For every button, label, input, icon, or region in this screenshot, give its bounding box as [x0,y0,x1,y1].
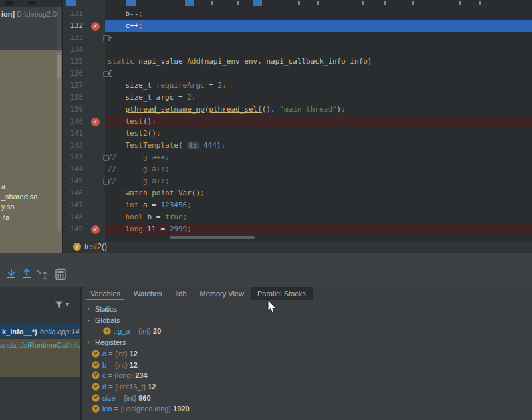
code-line[interactable]: 132✓ c++; [62,20,532,32]
code-line[interactable]: 138 size_t argc = 2; [62,92,532,104]
variable-text: c = {long} 234 [102,370,148,381]
horizontal-scrollbar[interactable] [170,236,255,239]
filter-icon[interactable] [55,300,63,309]
tab-variables[interactable]: Variables [84,287,127,300]
library-list-item[interactable]: 7a [1,213,60,223]
chevron-expanded-icon[interactable]: › [83,317,94,324]
code-line[interactable]: 143// g_a++; [62,152,532,163]
variable-row[interactable]: Vlen = {unsigned long} 1920 [82,403,532,414]
equals-sign: = [106,350,115,358]
code-token: ; [341,105,346,114]
code-line[interactable]: 146 watch_point_Var(); [62,187,532,199]
code-line[interactable]: 134 [62,44,532,56]
scrollbar-thumb[interactable] [57,55,61,78]
chevron-collapsed-icon[interactable]: › [85,304,92,314]
line-number: 144 [62,163,83,175]
text-fragment [211,1,213,5]
line-number: 134 [62,44,83,56]
tab-watches[interactable]: Watches [127,287,168,300]
library-list-item[interactable]: _shared.so [1,192,60,203]
line-number: 143 [62,152,83,163]
execution-line-highlight [105,20,532,32]
frame-location: hello.cpp:141 [40,328,80,336]
variable-type: {uint16_t} [115,383,148,391]
code-line[interactable]: 131 b--; [62,8,532,20]
tab-memory-view[interactable]: Memory View [194,287,251,300]
code-line[interactable]: 133} [62,32,532,44]
step-up-icon[interactable] [21,268,33,280]
code-token: requireArgc [156,81,205,90]
code-line[interactable]: 135static napi_value Add(napi_env env, n… [62,56,532,68]
variable-row[interactable]: Vc = {long} 234 [82,370,532,381]
tab-parallel-stacks[interactable]: Parallel Stacks [251,287,313,300]
tree-group-row[interactable]: ›Registers [82,337,532,348]
library-list-item[interactable]: y.so [1,202,60,213]
variable-row[interactable]: Vb = {int} 12 [82,360,532,370]
code-token: { [108,69,112,78]
code-token [108,225,126,233]
tree-group-label: Globals [95,315,120,326]
line-number: 141 [62,128,83,140]
frames-panel-empty [0,377,80,420]
frame-function: k_info__*) [2,328,37,336]
breakpoint-icon[interactable]: ✓ [91,22,100,31]
code-line[interactable]: 142 TestTemplate( t: 444); [62,140,532,152]
library-list-item[interactable]: a [1,181,60,192]
variable-row[interactable]: V::g_a = {int} 20 [82,326,532,336]
code-line[interactable]: 137 size_t requireArgc = 2; [62,80,532,92]
code-line[interactable]: 141 test2(); [62,128,532,140]
code-line[interactable]: 147 int a = 123456; [62,199,532,211]
line-number: 132 [62,20,83,32]
stack-frame[interactable]: anda::JsiRuntimeCallInfo* [0,340,80,351]
tree-group-row[interactable]: ›Statics [82,304,532,314]
variable-value: 20 [153,327,161,335]
line-number: 133 [62,32,83,44]
tree-group-label: Statics [95,304,117,314]
method-context-bar[interactable]: f test2() [62,241,532,253]
variable-type: {int} [115,350,130,358]
code-line[interactable]: 136{ [62,68,532,80]
breakpoint-icon[interactable]: ✓ [91,225,100,234]
text-fragment [384,1,386,5]
text-fragment [459,1,461,5]
code-token: ; [187,201,192,209]
code-line[interactable]: 139 pthread_setname_np(pthread_self(), "… [62,104,532,116]
chevron-collapsed-icon[interactable]: › [85,337,92,348]
step-down-icon[interactable] [5,268,17,280]
tab-lldb[interactable]: lldb [168,287,193,300]
breakpoint-icon[interactable]: ✓ [91,118,100,126]
code-line[interactable]: 144// g_a++; [62,163,532,175]
variable-row[interactable]: Vsize = {int} 960 [82,393,532,403]
tree-group-row[interactable]: ›Globals [82,315,532,326]
evaluate-expression-icon[interactable] [55,268,66,280]
line-number: 146 [62,187,83,199]
code-token: c++ [108,21,138,30]
stack-frame-selected[interactable]: k_info__*) hello.cpp:141 [0,324,80,338]
tree-group-label: Registers [95,337,126,348]
clipped-toolbar [0,0,62,7]
code-line[interactable]: 145// g_a++; [62,175,532,187]
variable-row[interactable]: Vd = {uint16_t} 12 [82,381,532,392]
chevron-down-icon[interactable]: ▾ [66,299,69,310]
code-token [108,105,126,114]
variable-text: ::g_a = {int} 20 [114,326,161,336]
variable-type: {int} [124,394,138,402]
code-line[interactable]: 149✓ long ll = 2999; [62,223,532,235]
code-token: (napi_env env, napi_callback_info info) [200,57,372,66]
variable-icon: V [92,383,100,391]
code-editor[interactable]: 131 b--;132✓ c++;133}134135static napi_v… [62,0,532,241]
step-to-cursor-icon[interactable] [35,268,47,280]
variable-row[interactable]: Va = {int} 12 [82,348,532,359]
code-token: // g_a++; [108,177,170,185]
variable-icon: V [92,350,100,358]
code-token: pthread_self [209,105,261,114]
code-line[interactable]: 140✓ test(); [62,116,532,128]
scrollbar[interactable] [57,7,61,49]
debug-session-panel: ion] D:\debug2.0\d [0,0,63,50]
code-token: () [143,117,152,126]
code-token: () [192,189,200,197]
variable-value: 960 [138,394,150,402]
code-line[interactable]: 148 bool b = true; [62,211,532,223]
session-name: ion] [1,10,15,18]
debug-tool-window: VariablesWatcheslldbMemory ViewParallel … [82,287,532,420]
